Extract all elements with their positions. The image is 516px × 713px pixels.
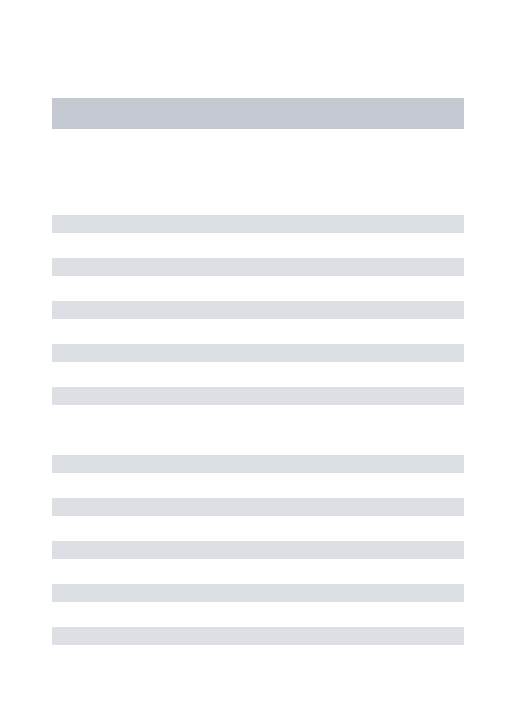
skeleton-line xyxy=(52,387,464,405)
skeleton-line xyxy=(52,541,464,559)
skeleton-line xyxy=(52,584,464,602)
skeleton-line xyxy=(52,258,464,276)
skeleton-group-2 xyxy=(52,455,464,645)
skeleton-line xyxy=(52,301,464,319)
skeleton-line xyxy=(52,498,464,516)
skeleton-group-1 xyxy=(52,215,464,405)
skeleton-header xyxy=(52,98,464,129)
skeleton-line xyxy=(52,215,464,233)
skeleton-container xyxy=(0,0,516,645)
skeleton-line xyxy=(52,344,464,362)
skeleton-line xyxy=(52,455,464,473)
skeleton-line xyxy=(52,627,464,645)
